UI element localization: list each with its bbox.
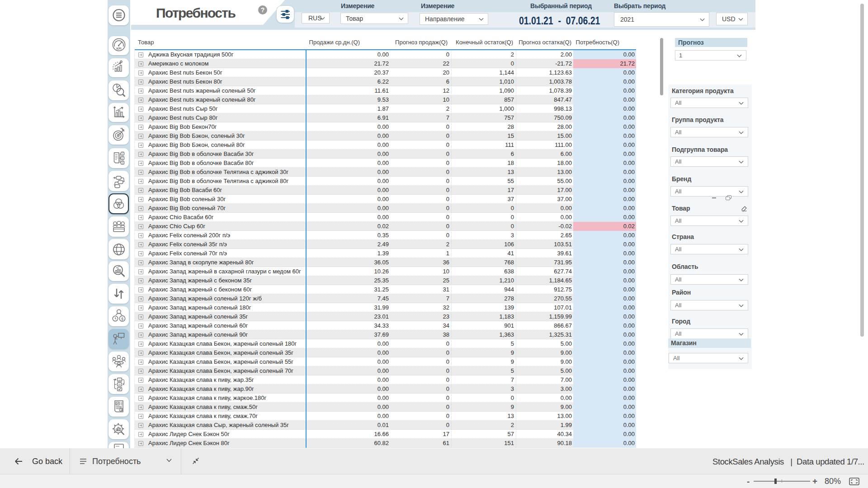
svg-text:2: 2 — [122, 157, 123, 160]
svg-text:$: $ — [121, 317, 123, 321]
svg-text:KPI: KPI — [116, 47, 121, 50]
svg-text:1: 1 — [122, 152, 123, 155]
svg-text:3: 3 — [122, 161, 123, 164]
